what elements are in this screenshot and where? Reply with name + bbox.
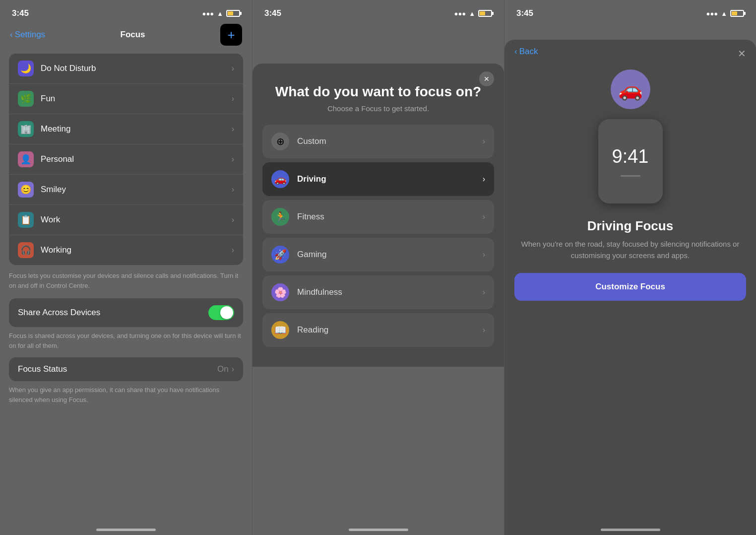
working-label: Working xyxy=(41,245,232,255)
focus-status-value: On xyxy=(217,364,229,374)
status-icons-2: ●●● ▲ xyxy=(454,10,492,17)
driving-icon: 🚗 xyxy=(271,170,289,188)
share-toggle[interactable] xyxy=(208,305,234,320)
option-custom[interactable]: ⊕ Custom › xyxy=(262,125,494,158)
focus-item-smiley[interactable]: 😊 Smiley › xyxy=(9,175,243,205)
driving-label: Driving xyxy=(297,174,483,184)
back-button-3[interactable]: ‹ Back xyxy=(514,47,538,57)
add-icon: + xyxy=(227,27,235,43)
signal-icon-1: ●●● xyxy=(202,10,214,17)
do-not-disturb-label: Do Not Disturb xyxy=(41,64,232,73)
status-icons-1: ●●● ▲ xyxy=(202,10,240,17)
focus-item-working[interactable]: 🎧 Working › xyxy=(9,235,243,265)
panel-focus-choice: 3:45 ●●● ▲ ✕ What do you want to focus o… xyxy=(252,0,504,535)
chevron-right-icon: › xyxy=(232,125,234,134)
battery-icon-3 xyxy=(730,10,744,17)
fitness-icon: 🏃 xyxy=(271,208,289,226)
focus-list: 🌙 Do Not Disturb › 🌿 Fun › 🏢 Meeting › 👤… xyxy=(9,54,243,265)
home-indicator-1 xyxy=(96,529,156,531)
focus-status-chevron: › xyxy=(232,365,234,374)
custom-chevron: › xyxy=(483,137,485,146)
phone-divider xyxy=(621,175,640,177)
meeting-icon: 🏢 xyxy=(18,121,34,137)
battery-fill-2 xyxy=(480,11,485,15)
meeting-label: Meeting xyxy=(41,124,232,134)
car-icon-large: 🚗 xyxy=(611,69,650,109)
back-button-1[interactable]: ‹ Settings xyxy=(10,30,45,40)
focus-choice-title: What do you want to focus on? xyxy=(252,73,504,104)
focus-item-work[interactable]: 📋 Work › xyxy=(9,205,243,235)
focus-item-meeting[interactable]: 🏢 Meeting › xyxy=(9,114,243,144)
personal-label: Personal xyxy=(41,154,232,164)
driving-chevron: › xyxy=(483,175,485,184)
share-description: Focus is shared across your devices, and… xyxy=(9,331,243,350)
status-time-3: 3:45 xyxy=(516,8,533,18)
focus-item-do-not-disturb[interactable]: 🌙 Do Not Disturb › xyxy=(9,54,243,84)
driving-focus-title: Driving Focus xyxy=(587,218,673,234)
gaming-icon: 🚀 xyxy=(271,246,289,264)
driving-focus-description: When you're on the road, stay focused by… xyxy=(504,234,756,261)
car-emoji: 🚗 xyxy=(618,78,643,101)
close-button-2[interactable]: ✕ xyxy=(479,71,494,86)
chevron-left-icon-1: ‹ xyxy=(10,30,13,40)
home-indicator-3 xyxy=(601,529,660,531)
chevron-right-icon: › xyxy=(232,155,234,164)
fun-label: Fun xyxy=(41,94,232,104)
close-icon-2: ✕ xyxy=(484,75,490,83)
battery-fill-1 xyxy=(228,11,233,15)
phone-mockup: 9:41 xyxy=(598,119,663,203)
chevron-right-icon: › xyxy=(232,215,234,224)
option-reading[interactable]: 📖 Reading › xyxy=(262,313,494,347)
reading-label: Reading xyxy=(297,325,483,335)
phone-time: 9:41 xyxy=(612,146,649,167)
chevron-right-icon: › xyxy=(232,94,234,103)
wifi-icon-3: ▲ xyxy=(721,10,727,17)
reading-chevron: › xyxy=(483,326,485,334)
option-mindfulness[interactable]: 🌸 Mindfulness › xyxy=(262,275,494,309)
customize-focus-button[interactable]: Customize Focus xyxy=(514,273,746,301)
mindfulness-label: Mindfulness xyxy=(297,287,483,297)
driving-focus-sheet: ‹ Back ✕ 🚗 9:41 Driving Focus When you'r… xyxy=(504,40,756,535)
nav-bar-1: ‹ Settings Focus + xyxy=(0,24,252,50)
share-across-label: Share Across Devices xyxy=(18,308,208,318)
focus-item-fun[interactable]: 🌿 Fun › xyxy=(9,84,243,114)
status-time-2: 3:45 xyxy=(264,8,281,18)
do-not-disturb-icon: 🌙 xyxy=(18,61,34,76)
chevron-right-icon: › xyxy=(232,185,234,194)
close-button-3[interactable]: ✕ xyxy=(738,48,746,60)
focus-status-row[interactable]: Focus Status On › xyxy=(9,357,243,381)
status-time-1: 3:45 xyxy=(12,8,29,18)
add-button[interactable]: + xyxy=(220,24,242,46)
option-gaming[interactable]: 🚀 Gaming › xyxy=(262,238,494,271)
working-icon: 🎧 xyxy=(18,242,34,258)
focus-choice-subtitle: Choose a Focus to get started. xyxy=(252,104,504,125)
focus-choice-sheet: ✕ What do you want to focus on? Choose a… xyxy=(252,64,504,367)
home-indicator-2 xyxy=(349,529,408,531)
customize-focus-label: Customize Focus xyxy=(595,282,665,291)
custom-icon: ⊕ xyxy=(271,133,289,150)
option-driving[interactable]: 🚗 Driving › xyxy=(262,162,494,196)
signal-icon-2: ●●● xyxy=(454,10,466,17)
chevron-left-icon-3: ‹ xyxy=(514,47,517,57)
focus-item-personal[interactable]: 👤 Personal › xyxy=(9,144,243,175)
close-icon-3: ✕ xyxy=(738,48,746,59)
battery-icon-1 xyxy=(226,10,240,17)
custom-label: Custom xyxy=(297,136,483,146)
share-across-section: Share Across Devices xyxy=(9,298,243,327)
mindfulness-chevron: › xyxy=(483,288,485,297)
chevron-right-icon: › xyxy=(232,64,234,73)
mindfulness-icon: 🌸 xyxy=(271,283,289,301)
chevron-right-icon: › xyxy=(232,246,234,255)
option-fitness[interactable]: 🏃 Fitness › xyxy=(262,200,494,234)
signal-icon-3: ●●● xyxy=(706,10,718,17)
focus-status-section: Focus Status On › xyxy=(9,357,243,381)
focus-status-description: When you give an app permission, it can … xyxy=(9,385,243,404)
share-across-row[interactable]: Share Across Devices xyxy=(9,298,243,327)
fun-icon: 🌿 xyxy=(18,91,34,107)
personal-icon: 👤 xyxy=(18,151,34,167)
work-icon: 📋 xyxy=(18,212,34,228)
battery-icon-2 xyxy=(478,10,492,17)
wifi-icon-2: ▲ xyxy=(469,10,475,17)
focus-description: Focus lets you customise your devices an… xyxy=(9,271,243,290)
smiley-icon: 😊 xyxy=(18,182,34,198)
